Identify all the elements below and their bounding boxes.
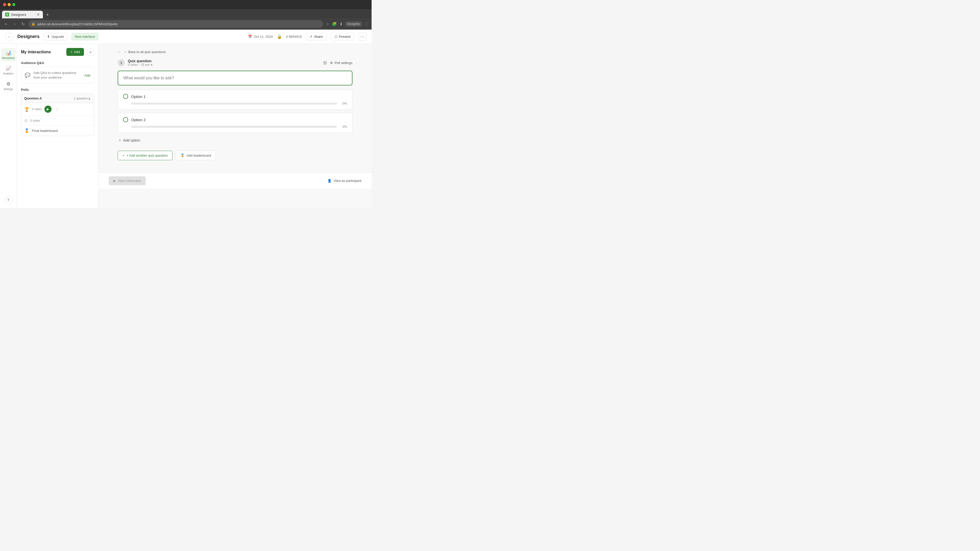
- interactions-icon: 📊: [6, 50, 11, 56]
- poll-item-more-btn[interactable]: ⋮: [54, 106, 60, 112]
- add-leaderboard-btn[interactable]: 🏅 Add leaderboard: [176, 151, 216, 160]
- poll-group-header[interactable]: Question A 1 question ▲: [21, 94, 94, 103]
- share-btn[interactable]: ↗ Share: [306, 33, 327, 40]
- poll-item-circle[interactable]: ⊙ 0 votes: [21, 116, 94, 126]
- address-actions: ☆ 🧩 ⬇ Incognito ⋮: [326, 21, 369, 27]
- interactions-panel: My interactions + Add « Audience Q&A 💬 A…: [17, 44, 99, 208]
- view-participant-btn[interactable]: 👤 View as participant: [328, 179, 361, 183]
- left-sidebar: 📊 Interactions 📈 Analytics ⚙ Settings ?: [0, 44, 17, 208]
- minimize-window-btn[interactable]: [8, 3, 11, 6]
- bookmark-icon[interactable]: ☆: [326, 22, 329, 27]
- option-1-card: Option 1 0%: [118, 89, 352, 110]
- quiz-stats: 0 votes • 20 sec ▾: [128, 63, 320, 67]
- settings-label: Settings: [3, 88, 13, 91]
- question-input[interactable]: [118, 71, 352, 86]
- date-text: Oct 11, 2024: [254, 35, 272, 38]
- browser-menu-icon[interactable]: ⋮: [364, 22, 369, 27]
- radio-inner: [124, 95, 127, 97]
- question-number: 1: [118, 59, 125, 66]
- new-tab-btn[interactable]: +: [44, 11, 51, 18]
- polls-section: Polls Question A 1 question ▲ 🏆 0 votes …: [17, 88, 98, 136]
- back-to-quiz-label: ← Back to all quiz questions: [124, 50, 165, 54]
- add-leaderboard-label: Add leaderboard: [186, 154, 211, 157]
- leaderboard-label: Final leaderboard: [32, 129, 58, 133]
- poll-item-trophy[interactable]: 🏆 0 votes ▶ ⋮: [21, 103, 94, 116]
- reload-btn[interactable]: ↻: [21, 21, 26, 27]
- add-quiz-label: + Add another quiz question: [127, 154, 168, 157]
- bottom-actions: + + Add another quiz question 🏅 Add lead…: [118, 151, 352, 160]
- event-id: # 8664816: [286, 35, 302, 38]
- upgrade-label: Upgrade: [51, 35, 64, 38]
- display-icon[interactable]: ⊞: [323, 60, 327, 65]
- more-options-btn[interactable]: ⋯: [358, 33, 366, 41]
- incognito-badge: Incognito: [345, 21, 362, 27]
- poll-group: Question A 1 question ▲ 🏆 0 votes ▶ ⋮ ⊙ …: [21, 94, 94, 136]
- audience-qna-section: Audience Q&A: [17, 59, 98, 67]
- add-plus-icon: +: [70, 50, 73, 54]
- add-interaction-btn[interactable]: + Add: [66, 48, 84, 56]
- sidebar-item-analytics[interactable]: 📈 Analytics: [1, 64, 16, 77]
- close-window-btn[interactable]: [3, 3, 6, 6]
- sidebar-item-interactions[interactable]: 📊 Interactions: [1, 48, 16, 62]
- option-1-radio[interactable]: [123, 94, 128, 99]
- add-option-btn[interactable]: + Add option: [118, 136, 352, 144]
- address-bar: ← → ↻ 🔒 admin.sli.do/event/8Goq3eqYCVaD6…: [0, 18, 372, 30]
- time-chevron-icon: ▾: [151, 63, 152, 67]
- circle-icon: ⊙: [24, 118, 27, 123]
- download-icon[interactable]: ⬇: [339, 22, 343, 27]
- start-interaction-btn[interactable]: ▶ Start interaction: [109, 176, 146, 185]
- option-2-label[interactable]: Option 2: [131, 118, 146, 122]
- option-2-bar: [131, 126, 337, 128]
- poll-item-votes-2: 0 votes: [30, 119, 40, 122]
- help-icon: ?: [7, 198, 10, 202]
- dot-separator: •: [139, 63, 140, 67]
- maximize-window-btn[interactable]: [12, 3, 15, 6]
- app-title: Designers: [18, 34, 40, 39]
- url-bar[interactable]: 🔒 admin.sli.do/event/8Goq3eqYCVaD6c1SPMV…: [28, 20, 323, 28]
- play-icon: ▶: [113, 179, 116, 183]
- back-to-quiz-btn[interactable]: ← ← Back to all quiz questions: [118, 50, 352, 54]
- poll-play-btn[interactable]: ▶: [45, 106, 52, 113]
- event-id-value: 8664816: [289, 35, 302, 38]
- settings-icon: ⚙: [6, 81, 11, 87]
- help-btn[interactable]: ?: [4, 196, 13, 204]
- new-interface-btn[interactable]: New interface: [72, 33, 98, 40]
- participant-icon: 👤: [328, 179, 331, 183]
- hash-icon: #: [286, 35, 288, 38]
- add-qna-btn[interactable]: Add: [84, 73, 90, 77]
- poll-group-title: Question A: [24, 97, 72, 100]
- lock-icon: 🔒: [32, 22, 35, 26]
- quiz-actions: ⊞ ⚙ Poll settings: [323, 60, 352, 65]
- url-text: admin.sli.do/event/8Goq3eqYCVaD6c1SPMVoE…: [37, 22, 118, 26]
- option-2-radio[interactable]: [123, 117, 128, 122]
- interactions-label: Interactions: [2, 57, 15, 59]
- sidebar-item-settings[interactable]: ⚙ Settings: [1, 79, 16, 93]
- tab-title: Designers: [11, 13, 26, 17]
- analytics-icon: 📈: [6, 65, 11, 71]
- present-btn[interactable]: ⬡ Present: [331, 33, 354, 40]
- back-nav-btn[interactable]: ←: [3, 21, 9, 27]
- leaderboard-item[interactable]: 🏅 Final leaderboard: [21, 126, 94, 136]
- settings-gear-icon: ⚙: [330, 61, 333, 65]
- time-chip[interactable]: 20 sec ▾: [141, 63, 152, 67]
- quiz-type-label: Quiz question: [128, 59, 320, 63]
- tab-close-btn[interactable]: ✕: [37, 13, 40, 17]
- active-tab[interactable]: S Designers ✕: [2, 11, 43, 18]
- poll-settings-btn[interactable]: ⚙ Poll settings: [330, 61, 352, 65]
- panel-header: My interactions + Add «: [17, 44, 98, 59]
- present-icon: ⬡: [334, 35, 337, 38]
- tab-favicon: S: [5, 13, 9, 17]
- option-1-label[interactable]: Option 1: [131, 94, 146, 99]
- upgrade-btn[interactable]: ⬆ Upgrade: [44, 33, 67, 40]
- window-controls: [3, 3, 15, 6]
- option-1-bar-container: 0%: [123, 102, 347, 105]
- main-content: 📊 Interactions 📈 Analytics ⚙ Settings ? …: [0, 44, 372, 208]
- collapse-panel-btn[interactable]: «: [87, 48, 94, 56]
- add-option-plus-icon: +: [119, 138, 121, 143]
- extensions-icon[interactable]: 🧩: [332, 22, 337, 27]
- back-to-events-btn[interactable]: ←: [5, 33, 13, 41]
- share-label: Share: [314, 35, 323, 38]
- forward-nav-btn[interactable]: →: [12, 21, 18, 27]
- add-quiz-question-btn[interactable]: + + Add another quiz question: [118, 151, 172, 160]
- option-2-card: Option 2 0%: [118, 113, 352, 133]
